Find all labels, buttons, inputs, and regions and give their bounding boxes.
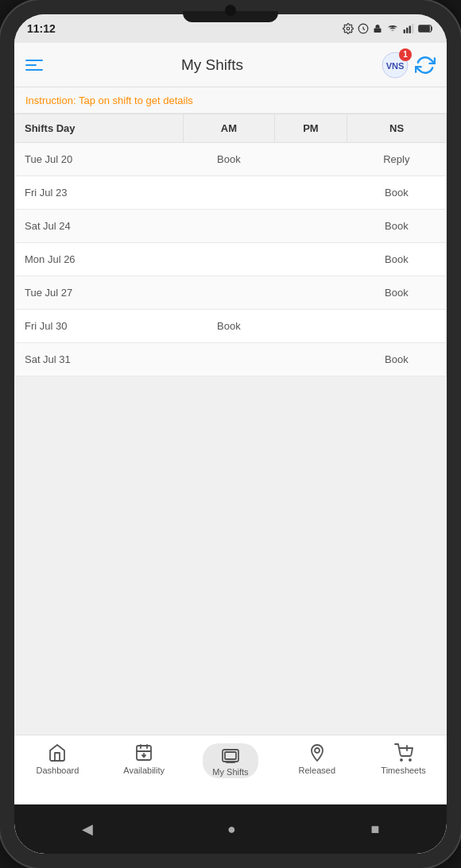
menu-line-3 [25, 69, 43, 71]
status-right [343, 23, 434, 34]
nav-item-availability[interactable]: Availability [116, 743, 172, 775]
col-header-am: AM [184, 114, 274, 143]
menu-line-1 [25, 60, 43, 61]
nav-label-availability: Availability [123, 766, 165, 775]
phone-frame: 11:12 [0, 0, 461, 868]
table-row[interactable]: Tue Jul 20BookReply [15, 143, 447, 176]
timesheets-icon [394, 743, 413, 762]
nav-label-my-shifts: My Shifts [212, 767, 248, 777]
nav-item-timesheets[interactable]: Timesheets [376, 743, 432, 775]
instruction-bar: Instruction: Tap on shift to get details [14, 87, 447, 114]
menu-icon[interactable] [25, 60, 43, 71]
cell-pm [274, 210, 347, 243]
table-body: Tue Jul 20BookReplyFri Jul 23BookSat Jul… [15, 143, 447, 376]
cell-day: Fri Jul 30 [15, 310, 184, 343]
battery-icon [418, 24, 434, 33]
cell-pm [274, 343, 347, 376]
android-back-btn[interactable]: ◀ [66, 814, 109, 844]
table-row[interactable]: Sat Jul 24Book [15, 210, 447, 243]
cell-day: Tue Jul 27 [15, 276, 184, 310]
cell-pm [274, 176, 347, 210]
cell-ns[interactable]: Reply [347, 143, 447, 176]
svg-rect-3 [404, 29, 405, 33]
menu-line-2 [25, 64, 37, 66]
table-header-row: Shifts Day AM PM NS [15, 114, 447, 143]
svg-point-0 [347, 27, 350, 30]
col-header-day: Shifts Day [15, 114, 184, 143]
cell-ns[interactable]: Book [347, 210, 447, 243]
svg-point-20 [315, 748, 320, 753]
cell-ns [347, 310, 447, 343]
status-time: 11:12 [27, 22, 56, 35]
svg-rect-11 [137, 746, 151, 760]
svg-rect-6 [412, 24, 413, 33]
instruction-text: Instruction: Tap on shift to get details [25, 95, 193, 106]
lock-icon [373, 23, 382, 34]
cell-ns[interactable]: Book [347, 276, 447, 310]
gear-icon [343, 23, 354, 34]
table-row[interactable]: Fri Jul 23Book [15, 176, 447, 210]
cell-ns[interactable]: Book [347, 343, 447, 376]
svg-rect-4 [406, 28, 408, 33]
vns-badge[interactable]: VNS 1 [382, 52, 409, 79]
cell-day: Sat Jul 31 [15, 343, 184, 376]
nav-item-dashboard[interactable]: Dashboard [29, 743, 85, 775]
svg-point-21 [401, 759, 402, 761]
my-shifts-icon [221, 746, 240, 766]
header-right: VNS 1 [382, 52, 436, 79]
table-row[interactable]: Mon Jul 26Book [15, 243, 447, 276]
cell-day: Mon Jul 26 [15, 243, 184, 276]
cell-pm [274, 276, 347, 310]
android-nav: ◀ ● ■ [14, 804, 447, 854]
status-left: 11:12 [27, 22, 56, 35]
table-header: Shifts Day AM PM NS [15, 114, 447, 143]
nav-item-released[interactable]: Released [289, 743, 345, 775]
released-icon [308, 743, 327, 762]
wifi-icon [386, 23, 399, 34]
svg-text:VNS: VNS [386, 61, 405, 71]
cell-pm [274, 243, 347, 276]
cell-am [184, 210, 274, 243]
home-icon [48, 743, 67, 762]
cell-day: Fri Jul 23 [15, 176, 184, 210]
nav-item-my-shifts[interactable]: My Shifts [203, 743, 258, 778]
nav-label-released: Released [299, 766, 335, 775]
phone-screen: 11:12 [14, 14, 447, 854]
bottom-nav: Dashboard Availability [14, 735, 447, 804]
cell-am[interactable]: Book [184, 143, 274, 176]
cell-am [184, 276, 274, 310]
table-row[interactable]: Fri Jul 30Book [15, 310, 447, 343]
table-row[interactable]: Tue Jul 27Book [15, 276, 447, 310]
cell-ns[interactable]: Book [347, 243, 447, 276]
col-header-pm: PM [274, 114, 347, 143]
availability-icon [134, 743, 153, 762]
cell-am [184, 243, 274, 276]
cell-day: Sat Jul 24 [15, 210, 184, 243]
col-header-ns: NS [347, 114, 447, 143]
table-row[interactable]: Sat Jul 31Book [15, 343, 447, 376]
cell-day: Tue Jul 20 [15, 143, 184, 176]
signal-icon [403, 23, 414, 34]
cell-pm [274, 143, 347, 176]
cell-am[interactable]: Book [184, 310, 274, 343]
cell-ns[interactable]: Book [347, 176, 447, 210]
android-recent-btn[interactable]: ■ [354, 815, 395, 844]
app-header: My Shifts VNS 1 [14, 43, 447, 87]
content-spacer [14, 376, 447, 735]
svg-rect-5 [409, 26, 411, 33]
sync-icon [358, 23, 369, 34]
cell-am [184, 176, 274, 210]
android-home-btn[interactable]: ● [211, 815, 252, 844]
refresh-icon[interactable] [415, 55, 436, 75]
cell-am [184, 343, 274, 376]
cell-pm [274, 310, 347, 343]
svg-point-22 [409, 759, 411, 761]
nav-label-dashboard: Dashboard [36, 766, 79, 775]
page-title: My Shifts [181, 56, 243, 74]
status-bar: 11:12 [14, 14, 447, 43]
svg-rect-8 [419, 25, 429, 31]
shifts-table: Shifts Day AM PM NS Tue Jul 20BookReplyF… [14, 114, 447, 376]
nav-active-indicator: My Shifts [203, 743, 258, 778]
svg-rect-2 [374, 29, 382, 33]
svg-rect-17 [225, 752, 236, 759]
